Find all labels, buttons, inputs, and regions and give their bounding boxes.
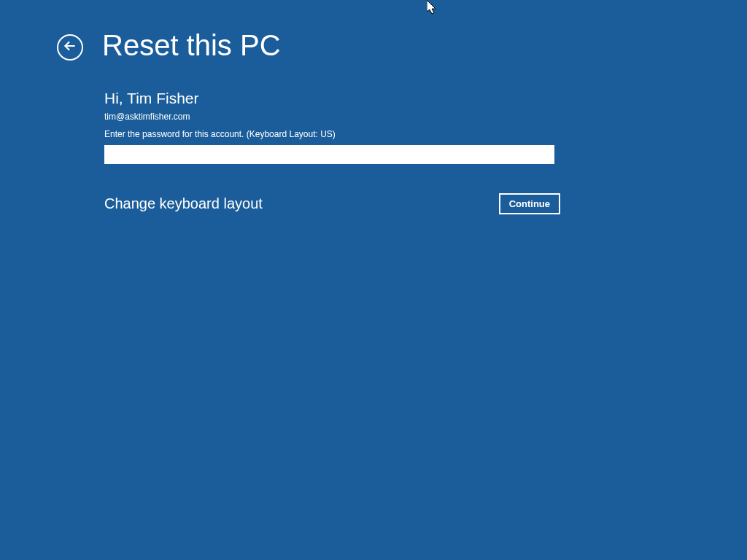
- continue-button[interactable]: Continue: [499, 193, 560, 214]
- account-email: tim@asktimfisher.com: [104, 112, 560, 122]
- greeting-text: Hi, Tim Fisher: [104, 90, 560, 107]
- change-keyboard-layout-link[interactable]: Change keyboard layout: [104, 195, 263, 212]
- page-title: Reset this PC: [102, 29, 281, 62]
- password-input[interactable]: [104, 145, 554, 164]
- back-arrow-icon: [63, 39, 77, 56]
- back-button[interactable]: [57, 34, 83, 61]
- password-instruction: Enter the password for this account. (Ke…: [104, 129, 560, 139]
